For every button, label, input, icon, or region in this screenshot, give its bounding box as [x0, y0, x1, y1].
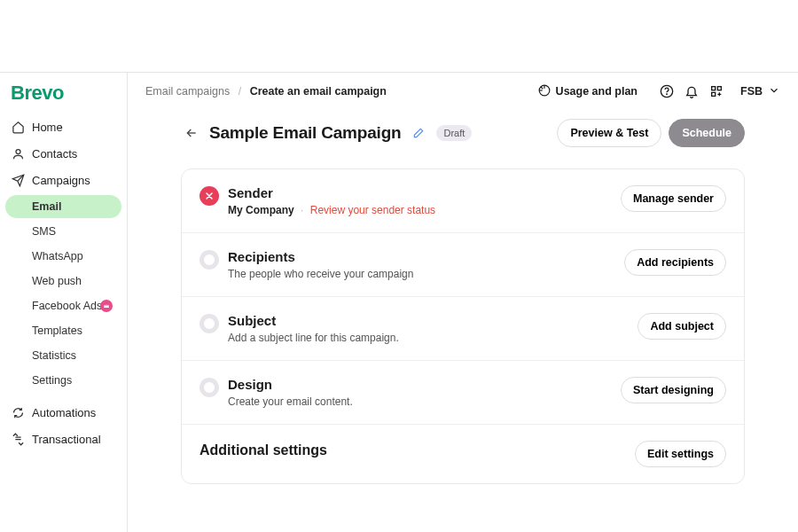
edit-title-button[interactable]: [410, 124, 427, 142]
window-top-gap: [0, 0, 798, 73]
sidebar-subitem-facebook-ads[interactable]: Facebook Ads: [5, 294, 121, 317]
campaigns-icon: [11, 173, 25, 187]
status-badge: Draft: [436, 125, 472, 141]
sidebar-subitem-webpush[interactable]: Web push: [5, 270, 121, 293]
breadcrumb-current: Create an email campaign: [250, 85, 387, 98]
sidebar-item-label: Campaigns: [32, 174, 90, 187]
start-designing-button[interactable]: Start designing: [621, 377, 726, 403]
error-status-icon: [200, 186, 219, 206]
chevron-down-icon: [768, 84, 780, 99]
step-additional-settings: Additional settings Edit settings: [182, 425, 744, 483]
svg-rect-6: [712, 92, 716, 96]
crown-badge-icon: [100, 300, 113, 312]
step-design: Design Create your email content. Start …: [182, 361, 744, 425]
step-subtitle: Create your email content.: [228, 395, 621, 408]
topbar: Email campaigns / Create an email campai…: [128, 73, 798, 110]
back-button[interactable]: [181, 122, 202, 144]
home-icon: [11, 120, 25, 134]
svg-point-7: [204, 254, 215, 265]
pending-status-icon: [200, 250, 219, 270]
step-title: Additional settings: [200, 441, 635, 460]
separator-dot: ·: [301, 204, 303, 216]
account-menu[interactable]: FSB: [740, 84, 780, 99]
add-subject-button[interactable]: Add subject: [638, 313, 726, 340]
schedule-button[interactable]: Schedule: [669, 119, 745, 147]
notifications-icon[interactable]: [684, 83, 700, 99]
transactional-icon: [11, 432, 25, 446]
step-title: Design: [228, 377, 621, 392]
step-title: Sender: [228, 185, 621, 200]
svg-point-9: [204, 382, 215, 393]
sidebar-item-label: Home: [32, 121, 63, 134]
sidebar-subitem-statistics[interactable]: Statistics: [5, 344, 121, 367]
sender-from: My Company: [228, 204, 294, 216]
breadcrumb: Email campaigns / Create an email campai…: [145, 85, 387, 98]
breadcrumb-parent[interactable]: Email campaigns: [145, 85, 230, 98]
sender-warning-link[interactable]: Review your sender status: [310, 204, 435, 216]
main-area: Email campaigns / Create an email campai…: [128, 73, 798, 532]
usage-label: Usage and plan: [556, 85, 638, 98]
svg-rect-5: [717, 87, 721, 90]
svg-point-8: [204, 318, 215, 329]
step-subtitle: Add a subject line for this campaign.: [228, 332, 638, 344]
sidebar-subitem-settings[interactable]: Settings: [5, 369, 121, 392]
sidebar-item-label: Transactional: [32, 433, 101, 446]
sidebar-item-home[interactable]: Home: [0, 113, 127, 140]
gauge-icon: [538, 84, 551, 99]
svg-point-0: [16, 149, 20, 153]
pending-status-icon: [200, 378, 219, 397]
sidebar-subitem-email[interactable]: Email: [5, 195, 121, 218]
sidebar-item-campaigns[interactable]: Campaigns: [0, 167, 127, 193]
sidebar-item-contacts[interactable]: Contacts: [0, 140, 127, 167]
step-subtitle: The people who receive your campaign: [228, 268, 624, 280]
sidebar-item-label: Contacts: [32, 147, 77, 160]
preview-test-button[interactable]: Preview & Test: [557, 119, 661, 147]
manage-sender-button[interactable]: Manage sender: [621, 185, 726, 212]
account-label: FSB: [740, 85, 763, 98]
page-header: Sample Email Campaign Draft Preview & Te…: [181, 119, 745, 147]
svg-rect-4: [712, 87, 716, 90]
step-recipients: Recipients The people who receive your c…: [182, 233, 744, 297]
edit-settings-button[interactable]: Edit settings: [635, 441, 726, 467]
contacts-icon: [11, 146, 25, 160]
add-recipients-button[interactable]: Add recipients: [624, 249, 726, 276]
sidebar-item-automations[interactable]: Automations: [0, 399, 127, 426]
sidebar-subitem-templates[interactable]: Templates: [5, 319, 121, 342]
svg-point-3: [667, 94, 668, 95]
campaign-steps-card: Sender My Company · Review your sender s…: [181, 168, 745, 484]
step-title: Recipients: [228, 249, 624, 264]
step-title: Subject: [228, 313, 638, 328]
sidebar-subitem-sms[interactable]: SMS: [5, 220, 121, 243]
pending-status-icon: [200, 314, 219, 333]
sidebar: Brevo Home Contacts: [0, 73, 128, 532]
usage-and-plan-link[interactable]: Usage and plan: [538, 84, 638, 99]
page-title: Sample Email Campaign: [209, 123, 401, 143]
brand-logo[interactable]: Brevo: [0, 82, 127, 113]
sidebar-item-label: Facebook Ads: [32, 300, 102, 312]
apps-icon[interactable]: [708, 83, 724, 99]
help-icon[interactable]: [659, 83, 675, 99]
step-subject: Subject Add a subject line for this camp…: [182, 297, 744, 361]
sidebar-item-label: Automations: [32, 406, 96, 419]
automations-icon: [11, 405, 25, 419]
sidebar-item-transactional[interactable]: Transactional: [0, 426, 127, 452]
step-sender: Sender My Company · Review your sender s…: [182, 169, 744, 233]
sidebar-subitem-whatsapp[interactable]: WhatsApp: [5, 245, 121, 268]
breadcrumb-separator: /: [239, 85, 241, 98]
